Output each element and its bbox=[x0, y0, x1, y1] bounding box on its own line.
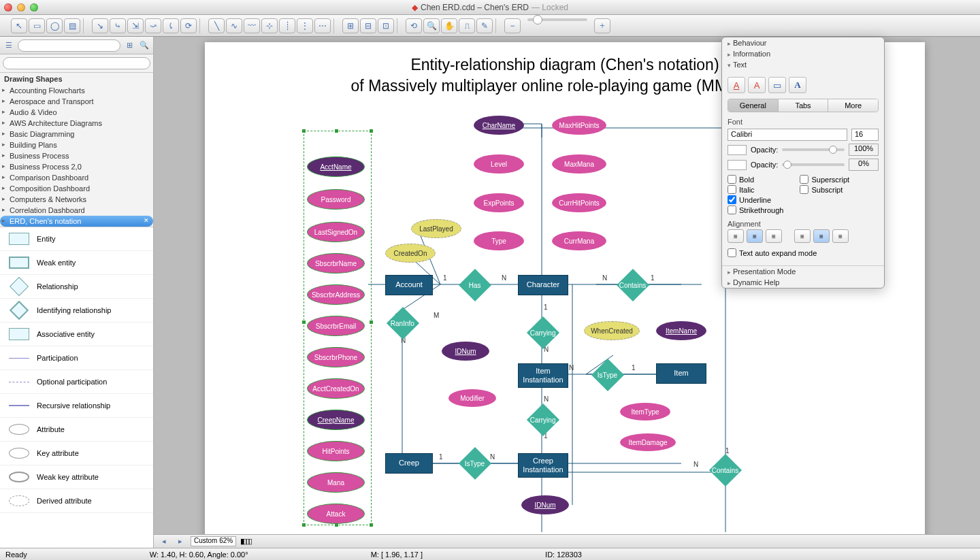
shape-weak-key-attribute[interactable]: Weak key attribute bbox=[0, 465, 153, 489]
refresh-tool[interactable]: ⟲ bbox=[406, 18, 422, 33]
align-center[interactable]: ≡ bbox=[747, 229, 763, 243]
attr-sbphone[interactable]: SbscrbrPhone bbox=[307, 347, 365, 367]
opacity-slider-1[interactable] bbox=[782, 148, 845, 151]
connector-tool-3[interactable]: ⇲ bbox=[127, 18, 144, 33]
shape-entity[interactable]: Entity bbox=[0, 227, 153, 251]
attr-itemtype[interactable]: ItemType bbox=[620, 403, 670, 421]
opacity-value-1[interactable]: 100% bbox=[849, 144, 879, 156]
attr-idnum1[interactable]: IDNum bbox=[442, 342, 489, 361]
cat-bp2[interactable]: Business Process 2,0 bbox=[0, 161, 153, 172]
color-swatch-1[interactable] bbox=[728, 145, 747, 155]
cat-correlation[interactable]: Correlation Dashboard bbox=[0, 205, 153, 216]
library-tree-icon[interactable]: ☰ bbox=[3, 39, 15, 52]
text-box-tool[interactable]: ▭ bbox=[768, 77, 786, 93]
shape-associative-entity[interactable]: Associative entity bbox=[0, 323, 153, 346]
attr-currmana[interactable]: CurrMana bbox=[552, 231, 606, 250]
valign-bottom[interactable]: ≡ bbox=[832, 229, 849, 243]
valign-middle[interactable]: ≡ bbox=[813, 229, 830, 243]
attr-sbemail[interactable]: SbscrbrEmail bbox=[307, 316, 365, 336]
valign-top[interactable]: ≡ bbox=[794, 229, 811, 243]
zoom-window-button[interactable] bbox=[30, 3, 38, 12]
attr-sbname[interactable]: SbscrbrName bbox=[307, 253, 365, 274]
attr-hitpoints[interactable]: HitPoints bbox=[307, 441, 365, 461]
text-tool[interactable]: ▤ bbox=[64, 18, 80, 33]
shape-derived-attribute[interactable]: Derived attribute bbox=[0, 489, 153, 513]
entity-creep-instantiation[interactable]: Creep Instantiation bbox=[518, 453, 568, 478]
attr-password[interactable]: Password bbox=[307, 189, 365, 210]
connector-tool-6[interactable]: ⟳ bbox=[180, 18, 197, 33]
eyedropper-tool[interactable]: ✎ bbox=[476, 18, 493, 33]
cat-composition[interactable]: Composition Dashboard bbox=[0, 183, 153, 194]
attr-maxhp[interactable]: MaxHitPoints bbox=[552, 116, 606, 135]
cat-basic[interactable]: Basic Diagramming bbox=[0, 129, 153, 139]
attr-creepname[interactable]: CreepName bbox=[307, 410, 365, 430]
close-window-button[interactable] bbox=[4, 3, 12, 12]
sec-information[interactable]: Information bbox=[722, 48, 884, 59]
line-tool-4[interactable]: ⊹ bbox=[261, 18, 278, 33]
cat-building[interactable]: Building Plans bbox=[0, 139, 153, 150]
rel-contains-2[interactable]: Contains bbox=[709, 454, 742, 487]
line-tool-6[interactable]: ⋮ bbox=[297, 18, 313, 33]
chk-italic[interactable]: Italic bbox=[728, 185, 783, 194]
cat-bp[interactable]: Business Process bbox=[0, 150, 153, 161]
rel-carrying-1[interactable]: Carrying bbox=[527, 316, 559, 349]
cat-accounting[interactable]: Accounting Flowcharts bbox=[0, 85, 153, 96]
line-tool-2[interactable]: ∿ bbox=[226, 18, 242, 33]
tab-tabs[interactable]: Tabs bbox=[779, 99, 829, 112]
attr-acctname[interactable]: AcctName bbox=[307, 157, 365, 177]
connector-tool-4[interactable]: ⤻ bbox=[145, 18, 161, 33]
zoom-in-button[interactable]: ＋ bbox=[594, 18, 610, 33]
attr-exppoints[interactable]: ExpPoints bbox=[474, 193, 524, 212]
sec-behaviour[interactable]: Behaviour bbox=[722, 37, 884, 48]
cat-audio[interactable]: Audio & Video bbox=[0, 107, 153, 118]
attr-createdon[interactable]: CreatedOn bbox=[385, 244, 436, 263]
entity-creep[interactable]: Creep bbox=[385, 453, 433, 474]
chk-sub[interactable]: Subscript bbox=[800, 185, 849, 194]
group-tool-1[interactable]: ⊞ bbox=[342, 18, 359, 33]
text-fill-tool[interactable]: A bbox=[748, 77, 766, 93]
group-tool-3[interactable]: ⊡ bbox=[378, 18, 394, 33]
sec-dynamic-help[interactable]: Dynamic Help bbox=[722, 277, 884, 288]
page-tab-next[interactable]: ▸ bbox=[174, 536, 186, 548]
shape-key-attribute[interactable]: Key attribute bbox=[0, 442, 153, 465]
opacity-slider-2[interactable] bbox=[782, 163, 845, 166]
font-size-select[interactable]: 16 bbox=[851, 129, 879, 141]
shape-attribute[interactable]: Attribute bbox=[0, 418, 153, 442]
rect-tool[interactable]: ▭ bbox=[29, 18, 45, 33]
entity-character[interactable]: Character bbox=[518, 275, 568, 295]
rel-istype-2[interactable]: IsType bbox=[459, 447, 491, 480]
attr-itemname[interactable]: ItemName bbox=[656, 321, 706, 340]
line-tool-5[interactable]: ┊ bbox=[279, 18, 295, 33]
rel-has[interactable]: Has bbox=[459, 269, 491, 301]
grid-view-icon[interactable]: ⊞ bbox=[123, 39, 135, 52]
shape-recursive-relationship[interactable]: Recursive relationship bbox=[0, 394, 153, 418]
attr-lastplayed[interactable]: LastPlayed bbox=[411, 219, 461, 238]
text-underline-tool[interactable]: A bbox=[728, 77, 745, 93]
entity-item-instantiation[interactable]: Item Instantiation bbox=[518, 363, 568, 388]
align-left[interactable]: ≡ bbox=[728, 229, 744, 243]
attr-lastsigned[interactable]: LastSignedOn bbox=[307, 222, 365, 242]
shape-optional-participation[interactable]: Optional participation bbox=[0, 370, 153, 394]
font-family-select[interactable]: Calibri bbox=[728, 129, 847, 141]
attr-type[interactable]: Type bbox=[474, 231, 524, 250]
attr-attack[interactable]: Attack bbox=[307, 504, 365, 524]
chk-bold[interactable]: Bold bbox=[728, 175, 783, 184]
shape-search-input[interactable] bbox=[3, 57, 150, 69]
rel-istype-1[interactable]: IsType bbox=[591, 359, 624, 391]
pointer-tool[interactable]: ↖ bbox=[11, 18, 27, 33]
attr-modifier[interactable]: Modifier bbox=[448, 389, 496, 407]
attr-mana[interactable]: Mana bbox=[307, 472, 365, 493]
cat-erd-chen[interactable]: ERD, Chen's notation bbox=[0, 216, 153, 227]
zoom-tool[interactable]: 🔍 bbox=[423, 18, 440, 33]
attr-maxmana[interactable]: MaxMana bbox=[552, 154, 606, 174]
attr-charname[interactable]: CharName bbox=[474, 116, 524, 135]
entity-account[interactable]: Account bbox=[385, 275, 433, 295]
zoom-out-button[interactable]: − bbox=[504, 18, 521, 33]
opacity-value-2[interactable]: 0% bbox=[849, 159, 879, 171]
cat-aerospace[interactable]: Aerospace and Transport bbox=[0, 96, 153, 107]
text-font-tool[interactable]: A bbox=[789, 77, 806, 93]
search-icon[interactable]: 🔍 bbox=[138, 39, 150, 52]
line-tool-3[interactable]: 〰 bbox=[244, 18, 260, 33]
cat-comparison[interactable]: Comparison Dashboard bbox=[0, 172, 153, 183]
library-filter-input[interactable] bbox=[18, 39, 120, 52]
